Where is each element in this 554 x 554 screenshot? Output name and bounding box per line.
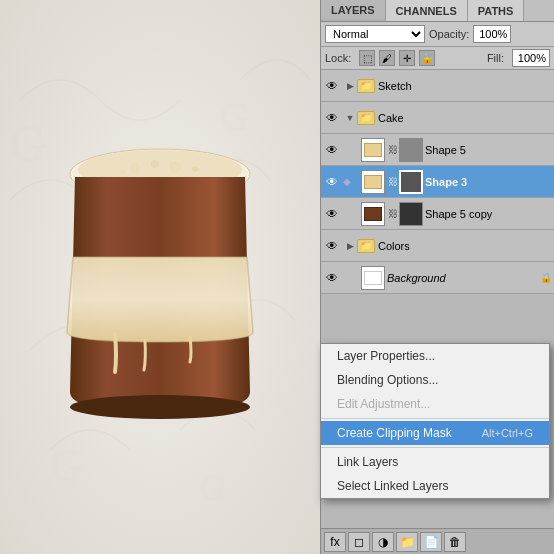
tab-paths[interactable]: PATHS — [468, 0, 525, 21]
main-container: G G G G — [0, 0, 554, 554]
separator-1 — [321, 418, 549, 419]
layer-shape3-name: Shape 3 — [425, 176, 552, 188]
layer-shape5[interactable]: 👁 ⛓ Shape 5 — [321, 134, 554, 166]
lock-row: Lock: ⬚ 🖌 ✛ 🔒 Fill: — [321, 47, 554, 70]
opacity-input[interactable] — [473, 25, 511, 43]
lock-label: Lock: — [325, 52, 351, 64]
lock-image-icon[interactable]: 🖌 — [379, 50, 395, 66]
eye-cake[interactable]: 👁 — [323, 109, 341, 127]
thumb-shape3 — [361, 170, 385, 194]
mask-shape3 — [399, 170, 423, 194]
mask-shape5 — [399, 138, 423, 162]
adjustment-button[interactable]: ◑ — [372, 532, 394, 552]
eye-shape3[interactable]: 👁 — [323, 173, 341, 191]
folder-colors-icon: 📁 — [357, 239, 375, 253]
menu-blending-options[interactable]: Blending Options... — [321, 368, 549, 392]
shortcut-clipping-mask: Alt+Ctrl+G — [482, 427, 533, 439]
lock-transparent-icon[interactable]: ⬚ — [359, 50, 375, 66]
eye-shape5[interactable]: 👁 — [323, 141, 341, 159]
tab-channels[interactable]: CHANNELS — [386, 0, 468, 21]
svg-text:G: G — [10, 115, 46, 171]
layer-shape5copy-name: Shape 5 copy — [425, 208, 552, 220]
lock-all-icon[interactable]: 🔒 — [419, 50, 435, 66]
svg-point-11 — [70, 395, 250, 419]
eye-shape5copy[interactable]: 👁 — [323, 205, 341, 223]
mask-shape5copy — [399, 202, 423, 226]
layer-background-name: Background — [387, 272, 538, 284]
svg-point-9 — [192, 166, 198, 172]
add-mask-button[interactable]: ◻ — [348, 532, 370, 552]
eye-background[interactable]: 👁 — [323, 269, 341, 287]
expand-cake[interactable]: ▼ — [343, 111, 357, 125]
separator-2 — [321, 447, 549, 448]
thumb-background — [361, 266, 385, 290]
eye-sketch[interactable]: 👁 — [323, 77, 341, 95]
folder-button[interactable]: 📁 — [396, 532, 418, 552]
tab-layers[interactable]: LAYERS — [321, 0, 386, 21]
folder-sketch-icon: 📁 — [357, 79, 375, 93]
context-menu: Layer Properties... Blending Options... … — [320, 343, 550, 499]
fill-input[interactable] — [512, 49, 550, 67]
thumb-shape5 — [361, 138, 385, 162]
folder-cake-icon: 📁 — [357, 111, 375, 125]
expand-colors[interactable]: ▶ — [343, 239, 357, 253]
svg-point-10 — [120, 169, 126, 175]
layer-background[interactable]: 👁 Background 🔒 — [321, 262, 554, 294]
layer-shape5-name: Shape 5 — [425, 144, 552, 156]
svg-text:G: G — [200, 469, 225, 508]
layers-toolbar: fx ◻ ◑ 📁 📄 🗑 — [321, 528, 554, 554]
opacity-label: Opacity: — [429, 28, 469, 40]
layer-sketch-name: Sketch — [378, 80, 552, 92]
svg-point-7 — [151, 160, 159, 168]
layer-cake-name: Cake — [378, 112, 552, 124]
svg-point-6 — [130, 163, 140, 173]
layer-colors-name: Colors — [378, 240, 552, 252]
new-layer-button[interactable]: 📄 — [420, 532, 442, 552]
delete-layer-button[interactable]: 🗑 — [444, 532, 466, 552]
blend-mode-row: Normal Opacity: — [321, 22, 554, 47]
expand-sketch[interactable]: ▶ — [343, 79, 357, 93]
menu-link-layers[interactable]: Link Layers — [321, 450, 549, 474]
blend-mode-select[interactable]: Normal — [325, 25, 425, 43]
fx-button[interactable]: fx — [324, 532, 346, 552]
cup-illustration — [45, 102, 275, 452]
indent-shape3: ◆ — [343, 176, 361, 187]
lock-position-icon[interactable]: ✛ — [399, 50, 415, 66]
fill-label: Fill: — [487, 52, 504, 64]
canvas-area: G G G G — [0, 0, 320, 554]
layer-sketch[interactable]: 👁 ▶ 📁 Sketch — [321, 70, 554, 102]
layer-colors[interactable]: 👁 ▶ 📁 Colors — [321, 230, 554, 262]
svg-point-8 — [169, 161, 181, 173]
thumb-shape5copy — [361, 202, 385, 226]
menu-select-linked[interactable]: Select Linked Layers — [321, 474, 549, 498]
panel-tabs: LAYERS CHANNELS PATHS — [321, 0, 554, 22]
layer-shape3[interactable]: 👁 ◆ ⛓ Shape 3 — [321, 166, 554, 198]
menu-create-clipping-mask[interactable]: Create Clipping Mask Alt+Ctrl+G — [321, 421, 549, 445]
menu-layer-properties[interactable]: Layer Properties... — [321, 344, 549, 368]
menu-edit-adjustment[interactable]: Edit Adjustment... — [321, 392, 549, 416]
lock-background-icon: 🔒 — [540, 272, 552, 283]
eye-colors[interactable]: 👁 — [323, 237, 341, 255]
layer-cake[interactable]: 👁 ▼ 📁 Cake — [321, 102, 554, 134]
layer-shape5copy[interactable]: 👁 ⛓ Shape 5 copy — [321, 198, 554, 230]
